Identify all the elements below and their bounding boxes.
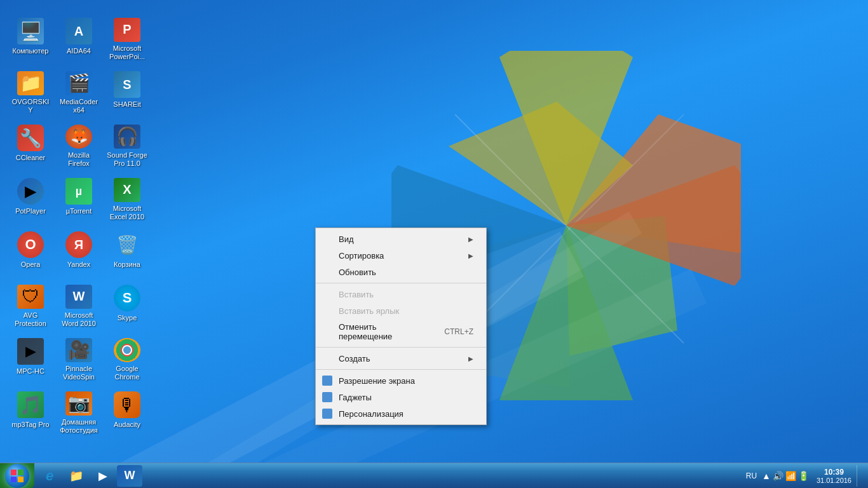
svg-rect-6 bbox=[18, 470, 24, 475]
tray-expand-icon[interactable]: ▲ bbox=[762, 471, 771, 481]
icon-audacity[interactable]: 🎙 Audacity bbox=[104, 388, 150, 438]
taskbar-btn-word[interactable]: W bbox=[117, 465, 142, 487]
icon-ovgorskiy[interactable]: 📁 OVGORSKIY bbox=[8, 67, 53, 118]
tray-language[interactable]: RU bbox=[746, 471, 757, 480]
windows-flag-icon bbox=[10, 469, 24, 483]
taskbar-right: RU ▲ 🔊 📶 🔋 10:39 31.01.2016 bbox=[741, 465, 868, 487]
taskbar-btn-explorer[interactable]: 📁 bbox=[64, 465, 89, 487]
tray-network-icon[interactable]: 📶 bbox=[785, 471, 796, 481]
icon-mp3tag[interactable]: 🎵 mp3Tag Pro bbox=[8, 388, 53, 438]
menu-item-resolution[interactable]: Разрешение экрана bbox=[316, 372, 486, 389]
icon-utorrent[interactable]: µ µTorrent bbox=[56, 174, 102, 225]
icon-korzina[interactable]: 🗑️ Корзина bbox=[104, 227, 150, 278]
icon-mpc-hc[interactable]: ▶ MPC-HC bbox=[8, 334, 53, 385]
icon-msword[interactable]: W Microsoft Word 2010 bbox=[56, 281, 102, 332]
start-button[interactable] bbox=[0, 463, 34, 489]
tray-battery-icon[interactable]: 🔋 bbox=[798, 471, 809, 481]
menu-separator-2 bbox=[316, 347, 486, 348]
icon-soundforge[interactable]: 🎧 Sound Forge Pro 11.0 bbox=[104, 121, 150, 172]
menu-separator-1 bbox=[316, 283, 486, 283]
svg-rect-8 bbox=[18, 477, 24, 482]
menu-item-paste[interactable]: Вставить bbox=[316, 286, 486, 302]
icon-shareit[interactable]: S SHAREit bbox=[104, 67, 150, 118]
start-orb bbox=[5, 464, 29, 488]
menu-item-undo[interactable]: Отменить перемещение CTRL+Z bbox=[316, 319, 486, 344]
desktop: 🖥️ Компьютер 📁 OVGORSKIY 🔧 CCleaner ▶ Po… bbox=[0, 0, 868, 488]
icon-mspowerpoint[interactable]: P Microsoft PowerPoi... bbox=[104, 14, 150, 65]
clock-date: 31.01.2016 bbox=[817, 477, 851, 484]
icon-msexcel[interactable]: X Microsoft Excel 2010 bbox=[104, 174, 150, 225]
desktop-icons: 🖥️ Компьютер 📁 OVGORSKIY 🔧 CCleaner ▶ Po… bbox=[0, 6, 153, 464]
icon-firefox[interactable]: 🦊 Mozilla Firefox bbox=[56, 121, 102, 172]
icon-computer[interactable]: 🖥️ Компьютер bbox=[8, 14, 53, 65]
taskbar: e 📁 ▶ W RU ▲ 🔊 📶 🔋 10:39 31.01.2016 bbox=[0, 463, 868, 488]
tray-volume-icon[interactable]: 🔊 bbox=[773, 471, 783, 481]
show-desktop-button[interactable] bbox=[857, 465, 863, 487]
menu-item-create[interactable]: Создать ▶ bbox=[316, 350, 486, 367]
context-menu: Вид ▶ Сортировка ▶ Обновить Вставить Вст… bbox=[315, 227, 487, 425]
clock[interactable]: 10:39 31.01.2016 bbox=[817, 468, 851, 484]
icon-potplayer[interactable]: ▶ PotPlayer bbox=[8, 174, 53, 225]
icon-homephoto[interactable]: 📷 Домашняя Фотостудия bbox=[56, 388, 102, 438]
icon-mediacoder[interactable]: 🎬 MediaCoder x64 bbox=[56, 67, 102, 118]
taskbar-btn-ie[interactable]: e bbox=[37, 465, 62, 487]
icon-chrome[interactable]: Google Chrome bbox=[104, 334, 150, 385]
icon-opera[interactable]: O Opera bbox=[8, 227, 53, 278]
icon-skype[interactable]: S Skype bbox=[104, 281, 150, 332]
menu-item-sort[interactable]: Сортировка ▶ bbox=[316, 247, 486, 264]
personalization-icon bbox=[321, 407, 334, 420]
menu-item-refresh[interactable]: Обновить bbox=[316, 264, 486, 280]
menu-item-gadgets[interactable]: Гаджеты bbox=[316, 389, 486, 405]
gadgets-icon bbox=[321, 391, 334, 403]
system-tray: RU ▲ 🔊 📶 🔋 bbox=[746, 471, 809, 481]
clock-time: 10:39 bbox=[824, 468, 844, 477]
icon-ccleaner[interactable]: 🔧 CCleaner bbox=[8, 121, 53, 172]
menu-item-view[interactable]: Вид ▶ bbox=[316, 231, 486, 247]
resolution-icon bbox=[321, 374, 334, 387]
menu-item-personalization[interactable]: Персонализация bbox=[316, 405, 486, 422]
svg-rect-5 bbox=[11, 470, 17, 475]
icon-yandex[interactable]: Я Yandex bbox=[56, 227, 102, 278]
icon-avg[interactable]: 🛡 AVG Protection bbox=[8, 281, 53, 332]
icon-aida64[interactable]: A AIDA64 bbox=[56, 14, 102, 65]
svg-rect-7 bbox=[11, 477, 17, 482]
taskbar-btn-media[interactable]: ▶ bbox=[90, 465, 116, 487]
tray-icons: ▲ 🔊 📶 🔋 bbox=[762, 471, 809, 481]
taskbar-buttons: e 📁 ▶ W bbox=[34, 463, 145, 488]
menu-item-paste-shortcut[interactable]: Вставить ярлык bbox=[316, 302, 486, 319]
icon-pinnacle[interactable]: 🎥 Pinnacle VideoSpin bbox=[56, 334, 102, 385]
menu-separator-3 bbox=[316, 369, 486, 370]
